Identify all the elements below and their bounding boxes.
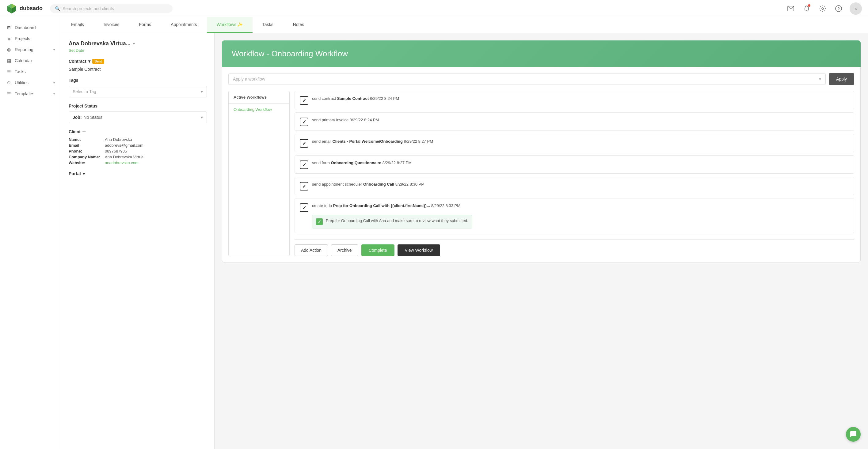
project-name: Ana Dobrevska Virtua... [69,40,130,47]
tab-appointments[interactable]: Appointments [161,17,207,33]
chevron-down-icon: ▾ [53,48,55,52]
client-phone-value: 0897687935 [105,149,127,154]
action-text-5: send appointment scheduler Onboarding Ca… [312,181,849,187]
tag-select[interactable]: Select a Tag ▾ [69,86,207,97]
action-item: ✓ send primary invoice 8/29/22 8:24 PM [294,113,854,131]
active-workflow-item[interactable]: Onboarding Workflow [229,103,289,116]
chat-button[interactable] [846,427,861,442]
notification-dot [808,4,810,7]
active-workflows-panel: Active Workflows Onboarding Workflow [228,91,290,256]
sidebar-item-label: Projects [15,36,55,41]
svg-text:A: A [855,7,857,11]
project-status-select[interactable]: Job: No Status ▾ [69,111,207,123]
action-sub-item: ✓ Prep for Onboarding Call with Ana and … [312,215,472,228]
workflow-content: Active Workflows Onboarding Workflow ✓ [228,91,854,256]
project-header: Ana Dobrevska Virtua... ▾ [69,40,207,47]
logo: dubsado [6,3,42,14]
action-checkbox-4[interactable]: ✓ [300,160,308,169]
action-checkbox-2[interactable]: ✓ [300,118,308,126]
status-value: No Status [84,115,199,120]
search-icon: 🔍 [55,6,60,11]
app-name: dubsado [20,5,42,12]
contract-chevron-icon[interactable]: ▾ [88,59,90,64]
project-status-section-title: Project Status [69,103,207,108]
check-icon: ✓ [302,119,306,125]
tab-forms[interactable]: Forms [129,17,161,33]
chevron-down-icon: ▾ [53,92,55,96]
action-checkbox-5[interactable]: ✓ [300,182,308,191]
sidebar-item-utilities[interactable]: ⊙ Utilities ▾ [0,77,61,88]
templates-icon: ☷ [6,91,12,96]
client-phone-row: Phone: 0897687935 [69,149,207,154]
tab-invoices[interactable]: Invoices [94,17,129,33]
client-company-label: Company Name: [69,155,102,159]
sidebar-item-label: Calendar [15,58,55,63]
check-icon: ✓ [302,205,306,211]
client-email-row: Email: adobrevs@gmail.com [69,143,207,148]
tab-tasks[interactable]: Tasks [253,17,283,33]
search-placeholder: Search projects and clients [63,6,114,11]
workflow-body: Apply a workflow ▾ Apply Active Workflow… [222,67,861,262]
apply-bar: Apply a workflow ▾ Apply [228,73,854,85]
sidebar: ⊞ Dashboard ◈ Projects ◎ Reporting ▾ ▦ C… [0,17,61,449]
portal-title[interactable]: Portal ▾ [69,171,207,176]
help-icon[interactable]: ? [834,4,843,13]
action-checkbox-1[interactable]: ✓ [300,96,308,105]
sidebar-item-dashboard[interactable]: ⊞ Dashboard [0,22,61,33]
sub-checkbox[interactable]: ✓ [316,218,323,225]
sub-check-icon: ✓ [318,220,321,224]
sidebar-item-templates[interactable]: ☷ Templates ▾ [0,88,61,99]
tab-notes[interactable]: Notes [283,17,314,33]
reporting-icon: ◎ [6,47,12,52]
apply-workflow-select[interactable]: Apply a workflow ▾ [228,73,826,85]
action-item: ✓ send email Clients - Portal Welcome/On… [294,134,854,152]
action-checkbox-3[interactable]: ✓ [300,139,308,148]
check-icon: ✓ [302,140,306,147]
calendar-icon: ▦ [6,58,12,63]
apply-button[interactable]: Apply [829,73,854,85]
workflow-header: Workflow - Onboarding Workflow [222,40,861,67]
mail-icon[interactable] [786,4,796,13]
client-company-row: Company Name: Ana Dobrevska Virtual [69,155,207,159]
workflow-footer: Add Action Archive Complete View Workflo… [294,239,854,256]
action-text-6: create todo Prep for Onboarding Call wit… [312,203,460,209]
dashboard-icon: ⊞ [6,25,12,30]
projects-icon: ◈ [6,36,12,41]
workflow-title: Workflow - Onboarding Workflow [232,49,348,58]
action-checkbox-6[interactable]: ✓ [300,203,308,212]
utilities-icon: ⊙ [6,80,12,85]
client-email-label: Email: [69,143,102,148]
action-item: ✓ send contract Sample Contract 8/29/22 … [294,91,854,109]
client-phone-label: Phone: [69,149,102,154]
user-avatar[interactable]: A [849,2,862,15]
project-chevron-icon[interactable]: ▾ [133,42,135,46]
portal-chevron-icon: ▾ [83,171,85,176]
settings-icon[interactable] [818,4,828,13]
set-date-link[interactable]: Set Date [69,48,207,53]
job-label: Job: [73,115,82,120]
contract-sent-badge: Sent [92,59,104,64]
tag-chevron-icon: ▾ [201,89,203,94]
sample-contract-label: Sample Contract [69,67,207,72]
sidebar-item-reporting[interactable]: ◎ Reporting ▾ [0,44,61,55]
add-action-button[interactable]: Add Action [294,245,328,256]
sidebar-item-tasks[interactable]: ☰ Tasks [0,66,61,77]
archive-button[interactable]: Archive [331,245,358,256]
view-workflow-button[interactable]: View Workflow [398,245,440,256]
tab-emails[interactable]: Emails [61,17,94,33]
client-edit-icon[interactable]: ✏ [83,130,86,134]
check-icon: ✓ [302,184,306,189]
sidebar-item-projects[interactable]: ◈ Projects [0,33,61,44]
topbar-right: ? A [786,2,862,15]
active-workflows-header: Active Workflows [229,91,289,103]
right-panel: Workflow - Onboarding Workflow Apply a w… [215,33,868,449]
client-company-value: Ana Dobrevska Virtual [105,155,144,159]
tab-workflows[interactable]: Workflows ✨ [207,17,253,33]
complete-button[interactable]: Complete [361,245,395,256]
tag-placeholder: Select a Tag [73,89,96,94]
sidebar-item-calendar[interactable]: ▦ Calendar [0,55,61,66]
search-bar[interactable]: 🔍 Search projects and clients [50,4,173,13]
notification-icon[interactable] [802,4,812,13]
client-website-link[interactable]: anadobrevska.com [105,160,138,165]
svg-point-6 [822,8,824,9]
